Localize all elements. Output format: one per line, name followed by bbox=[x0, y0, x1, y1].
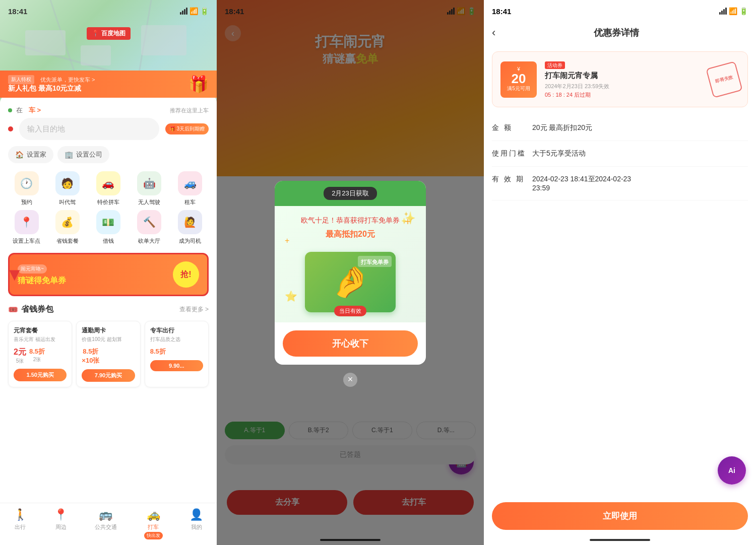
service-driver-signup[interactable]: 🙋 成为司机 bbox=[172, 210, 209, 245]
taxi-badge: 快出发 bbox=[144, 532, 163, 539]
driver-icon: 🧑 bbox=[55, 171, 80, 195]
savings-card-yuanxiao[interactable]: 元宵套餐 喜乐元宵 福运出发 2元 5张 8.5折 2张 1.50元购买 bbox=[8, 321, 72, 387]
savings-values: 8.5折 bbox=[150, 347, 203, 356]
detail-amount-row: 金 额 20元 最高折扣20元 bbox=[492, 115, 748, 141]
detail-validity-row: 有 效 期 2024-02-23 18:41至2024-02-2323:59 bbox=[492, 167, 748, 200]
coupon-tag: 活动券 bbox=[545, 61, 565, 69]
car-label[interactable]: 车 > bbox=[29, 106, 41, 115]
service-bargain[interactable]: 🔨 砍单大厅 bbox=[131, 210, 168, 245]
use-coupon-button[interactable]: 立即使用 bbox=[492, 502, 748, 530]
popup-overlay: 2月23日获取 ✨ ⭐ 欧气十足！恭喜获得打车免单券 最高抵扣20元 🤌 bbox=[217, 0, 484, 545]
driver-signup-icon: 🙋 bbox=[178, 210, 202, 234]
service-driver[interactable]: 🧑 叫代驾 bbox=[49, 171, 86, 206]
popup-congrats: 欧气十足！恭喜获得打车免单券 bbox=[285, 216, 416, 225]
service-pickup[interactable]: 📍 设置上车点 bbox=[8, 210, 45, 245]
nav-nearby-label: 周边 bbox=[55, 523, 67, 531]
savings-more-link[interactable]: 查看更多 > bbox=[179, 305, 209, 314]
detail-label-threshold: 使用门槛 bbox=[492, 149, 532, 158]
coupon-visual-wrapper: 🤌 打车免单券 当日有效 bbox=[305, 252, 396, 312]
nav-transit[interactable]: 🚌 公共交通 bbox=[95, 508, 117, 531]
savings-val-1: 8.5折 ×10张 bbox=[82, 347, 99, 365]
savings-card-premium[interactable]: 专车出行 打车品质之选 8.5折 9.90... bbox=[145, 321, 209, 387]
popup-amount: 最高抵扣20元 bbox=[285, 229, 416, 240]
status-icons: 📶 🔋 bbox=[180, 7, 209, 15]
reserve-icon: 🕐 bbox=[15, 171, 39, 195]
pickup-icon: 📍 bbox=[15, 210, 39, 234]
new-user-icon: 🎁 bbox=[188, 75, 209, 94]
coupon-visual: 🤌 打车免单券 bbox=[305, 252, 396, 312]
bottom-nav: 🚶 出行 📍 周边 🚌 公共交通 🚕 打车 快出发 👤 我的 bbox=[0, 503, 217, 545]
nav-travel[interactable]: 🚶 出行 bbox=[14, 508, 27, 531]
signal-icon bbox=[180, 8, 187, 15]
new-user-info: 新人特权 优先派单，更快发车 > 新人礼包 最高10元立减 bbox=[8, 75, 95, 93]
p3-signal-icon bbox=[719, 8, 727, 15]
savings-values: 8.5折 ×10张 bbox=[82, 347, 135, 365]
nav-profile[interactable]: 👤 我的 bbox=[190, 508, 203, 531]
savings-title-row: 🎟️ 省钱券包 bbox=[8, 304, 53, 315]
collect-button[interactable]: 开心收下 bbox=[283, 330, 418, 357]
savings-val-1: 8.5折 bbox=[150, 347, 166, 356]
page-title: 优惠券详情 bbox=[503, 27, 729, 39]
nav-taxi[interactable]: 🚕 打车 快出发 bbox=[144, 508, 163, 540]
savings-title-text: 省钱券包 bbox=[21, 304, 53, 315]
promo-grab-button[interactable]: 抢! bbox=[173, 261, 199, 288]
nearby-icon: 📍 bbox=[54, 508, 68, 521]
promo-title: 猜谜得免单券 bbox=[18, 276, 173, 286]
detail-label-amount: 金 额 bbox=[492, 123, 532, 132]
coupon-hand-icon: 🤌 bbox=[332, 267, 369, 297]
shortcut-office-label: 设置公司 bbox=[76, 150, 102, 159]
nav-transit-label: 公共交通 bbox=[95, 523, 117, 531]
battery-icon: 🔋 bbox=[200, 7, 209, 15]
rental-icon: 🚙 bbox=[178, 171, 202, 195]
p3-status-icons: 📶 🔋 bbox=[719, 7, 748, 15]
today-valid-badge: 当日有效 bbox=[334, 306, 366, 316]
popup-close-button[interactable]: × bbox=[343, 373, 357, 387]
red-arrow-icon: ▼ bbox=[8, 264, 24, 285]
detail-value-threshold: 大于5元享受活动 bbox=[532, 149, 748, 158]
p3-status-time: 18:41 bbox=[492, 7, 511, 16]
shortcut-office[interactable]: 🏢 设置公司 bbox=[57, 146, 109, 163]
service-rental[interactable]: 🚙 租车 bbox=[172, 171, 209, 206]
p3-back-button[interactable]: ‹ bbox=[492, 26, 495, 39]
detail-threshold-row: 使用门槛 大于5元享受活动 bbox=[492, 141, 748, 167]
savings-emoji: 🎟️ bbox=[8, 305, 18, 314]
service-carpool[interactable]: 🚗 特价拼车 bbox=[90, 171, 127, 206]
dest-input[interactable]: 输入目的地 bbox=[19, 118, 159, 140]
nav-nearby[interactable]: 📍 周边 bbox=[54, 508, 68, 531]
nav-taxi-label: 打车 bbox=[148, 523, 159, 531]
location-hint: 推荐在这里上车 bbox=[170, 107, 209, 114]
status-time: 18:41 bbox=[8, 7, 27, 16]
dest-dot bbox=[8, 126, 13, 131]
popup-footer: 开心收下 bbox=[275, 322, 426, 365]
panel1: 18:41 📶 🔋 📍 百度地图 新人特权 优先派单，更快发车 > 新人礼包 最… bbox=[0, 0, 217, 545]
p3-ai-button[interactable]: Ai bbox=[718, 456, 746, 485]
promo-banner[interactable]: ▼ 闹元宵咯~ 猜谜得免单券 抢! bbox=[8, 253, 209, 296]
destination-row[interactable]: 输入目的地 🎁 3天后到期赠 bbox=[8, 118, 209, 140]
coupon-detail-card: ¥ 20 满5元可用 活动券 打车闹元宵专属 2024年2月23日 23:59失… bbox=[492, 51, 748, 107]
transit-icon: 🚌 bbox=[99, 508, 112, 521]
main-content-card: 在 车 > 推荐在这里上车 输入目的地 🎁 3天后到期赠 🏠 设置家 🏢 设置公… bbox=[0, 95, 217, 545]
current-location-row: 在 车 > 推荐在这里上车 bbox=[8, 103, 209, 118]
service-grid: 🕐 预约 🧑 叫代驾 🚗 特价拼车 🤖 无人驾驶 🚙 租车 📍 设置上车 bbox=[8, 171, 209, 245]
plus-icon-1: + bbox=[405, 216, 411, 228]
savings-val-2: 8.5折 2张 bbox=[29, 347, 45, 365]
service-auto[interactable]: 🤖 无人驾驶 bbox=[131, 171, 168, 206]
buy-button-3[interactable]: 9.90... bbox=[150, 360, 203, 371]
baidu-logo: 📍 百度地图 bbox=[87, 27, 131, 40]
coupon-amount-box: ¥ 20 满5元可用 bbox=[500, 61, 537, 98]
new-user-banner[interactable]: 新人特权 优先派单，更快发车 > 新人礼包 最高10元立减 🎁 bbox=[0, 71, 217, 98]
panel3: 18:41 📶 🔋 ‹ 优惠券详情 ¥ 20 满5元可用 活动券 打车闹元宵专属… bbox=[484, 0, 756, 545]
service-savings[interactable]: 💰 省钱套餐 bbox=[49, 210, 86, 245]
wifi-icon: 📶 bbox=[190, 7, 198, 15]
buy-button-2[interactable]: 7.90元购买 bbox=[82, 369, 135, 382]
buy-button-1[interactable]: 1.50元购买 bbox=[14, 369, 67, 381]
schedule-badge[interactable]: 🎁 3天后到期赠 bbox=[165, 123, 209, 134]
service-reserve[interactable]: 🕐 预约 bbox=[8, 171, 45, 206]
savings-card-commute[interactable]: 通勤周卡 价值100元 超划算 8.5折 ×10张 7.90元购买 bbox=[76, 321, 140, 387]
home-icon: 🏠 bbox=[15, 151, 24, 159]
shortcut-home[interactable]: 🏠 设置家 bbox=[8, 146, 53, 163]
current-location-text: 在 bbox=[16, 106, 23, 115]
office-icon: 🏢 bbox=[65, 151, 73, 159]
service-loan[interactable]: 💵 借钱 bbox=[90, 210, 127, 245]
card-title: 元宵套餐 bbox=[14, 326, 67, 335]
